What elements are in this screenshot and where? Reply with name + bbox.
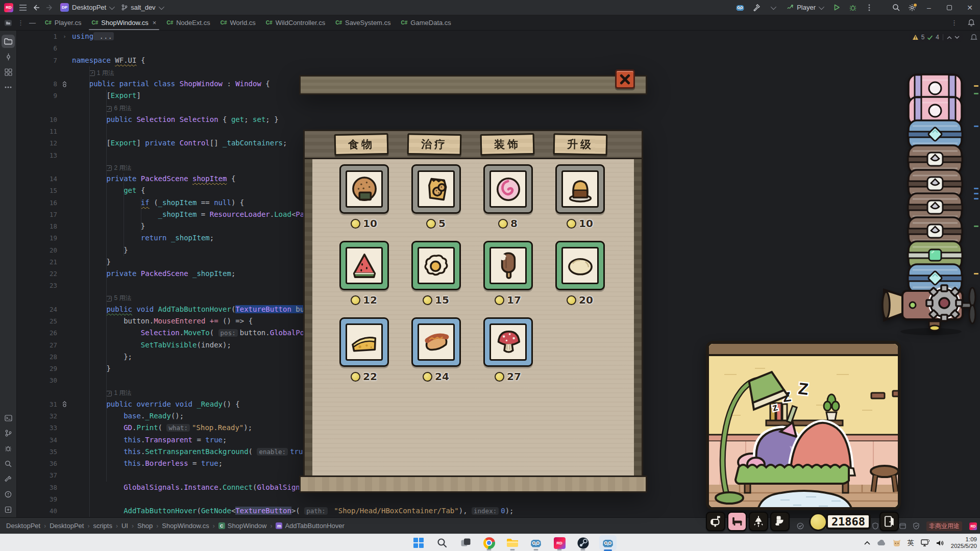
pet-room-window[interactable]: z Z Z (706, 341, 901, 510)
volume-icon[interactable] (936, 540, 944, 546)
taskbar-app-taskview[interactable] (458, 536, 473, 550)
shop-tab-4[interactable]: 升级 (553, 133, 608, 156)
breadcrumb-item[interactable]: DesktopPet (6, 522, 40, 530)
project-selector[interactable]: DP DesktopPet (56, 2, 117, 13)
shop-item-hotdog[interactable] (411, 317, 461, 367)
search-everywhere-icon[interactable] (889, 2, 902, 13)
window-maximize-button[interactable] (939, 0, 960, 15)
override-marker-icon[interactable] (57, 398, 72, 410)
error-stripe-mark[interactable] (974, 93, 978, 94)
usages-hint[interactable]: ↗5 用法 (106, 292, 131, 304)
build-tool-icon[interactable] (2, 472, 15, 486)
error-stripe-mark[interactable] (974, 126, 978, 127)
shop-tab-1[interactable]: 食物 (334, 133, 389, 156)
notifications-bell-icon[interactable] (963, 15, 980, 30)
back-icon[interactable] (30, 2, 43, 13)
breadcrumb-item[interactable]: Shop (137, 522, 153, 530)
taskbar-app-godot-active[interactable] (599, 535, 617, 550)
exit-door-button[interactable] (879, 512, 899, 531)
taskbar-app-start[interactable] (411, 536, 426, 550)
breadcrumb-item[interactable]: scripts (93, 522, 112, 530)
structure-tool-icon[interactable] (2, 65, 15, 79)
shop-item-onigiri[interactable] (339, 164, 389, 214)
security-shield-icon[interactable] (913, 522, 919, 530)
window-minimize-button[interactable]: – (919, 0, 939, 15)
taskbar-app-chrome[interactable] (482, 536, 496, 550)
search-tool-icon[interactable] (2, 457, 15, 470)
tab-close-icon[interactable]: × (153, 19, 157, 27)
shop-close-button[interactable] (615, 69, 635, 89)
debug-tool-icon[interactable] (2, 442, 15, 455)
shop-item-snack-bag[interactable] (411, 164, 461, 214)
project-tool-window-button[interactable] (0, 15, 16, 30)
usages-hint[interactable]: ↗6 用法 (106, 103, 131, 114)
editor-tab-gamedata-cs[interactable]: C#GameData.cs (396, 15, 456, 30)
breadcrumb-item[interactable]: ShopWindow.cs (162, 522, 209, 530)
shop-item-pudding[interactable] (555, 164, 605, 214)
error-stripe-mark[interactable] (974, 193, 978, 194)
taskbar-app-godot[interactable] (529, 536, 543, 550)
shop-item-egg[interactable] (411, 241, 461, 290)
services-tool-icon[interactable] (2, 503, 15, 516)
inspections-widget[interactable]: 5 4 (909, 33, 963, 42)
branch-selector[interactable]: salt_dev (117, 3, 166, 12)
forward-icon[interactable] (43, 2, 56, 13)
tray-clock[interactable]: 1:09 2025/5/20 (951, 536, 977, 549)
more-tool-icon[interactable] (2, 81, 15, 94)
shop-tab-3[interactable]: 装饰 (480, 133, 535, 156)
usages-hint[interactable]: ↗1 用法 (89, 67, 114, 79)
error-stripe-mark[interactable] (974, 85, 978, 87)
shop-item-mushroom[interactable] (483, 317, 533, 367)
bed-button[interactable] (727, 512, 747, 531)
shop-item-bread[interactable] (555, 241, 605, 290)
toilet-button[interactable] (770, 512, 790, 531)
editor-tab-shopwindow-cs[interactable]: C#ShopWindow.cs× (87, 15, 162, 30)
run-configuration-selector[interactable]: Player (782, 3, 827, 12)
breadcrumb-item[interactable]: CShopWindow (218, 522, 267, 530)
network-icon[interactable] (921, 539, 929, 546)
error-stripe-mark[interactable] (974, 226, 978, 227)
tab-options-kebab-icon[interactable]: ⋮ (946, 15, 963, 30)
pet-machine-sprite[interactable] (880, 274, 980, 336)
error-stripe-mark[interactable] (974, 188, 978, 189)
main-menu-icon[interactable] (16, 2, 30, 13)
shop-item-naruto[interactable] (483, 164, 533, 214)
tool-window-icon[interactable] (899, 523, 906, 529)
shop-item-popsicle[interactable] (483, 241, 533, 290)
breadcrumb-item[interactable]: mAddTabButtonHover (276, 522, 344, 530)
weather-cloud-icon[interactable] (877, 540, 886, 546)
taskbar-app-explorer[interactable] (505, 536, 520, 550)
taskbar-app-search[interactable] (435, 536, 449, 550)
override-marker-icon[interactable] (57, 78, 72, 90)
shop-tab-2[interactable]: 治疗 (407, 133, 462, 156)
code-line[interactable]: 6 (17, 42, 980, 54)
taskbar-app-rider[interactable]: RD (552, 536, 567, 550)
tool-window-kebab-icon[interactable]: ⋮ (16, 15, 25, 30)
window-close-button[interactable]: ✕ (960, 0, 980, 15)
build-hammer-icon[interactable] (750, 2, 763, 13)
desktop-pet-tray-icon[interactable] (893, 539, 901, 546)
next-problem-icon[interactable] (954, 36, 960, 39)
shop-item-cheese[interactable] (339, 317, 389, 367)
analysis-ok-icon[interactable] (797, 522, 804, 530)
breadcrumb-item[interactable]: DesktopPet (50, 522, 84, 530)
editor-tab-savesystem-cs[interactable]: C#SaveSystem.cs (330, 15, 396, 30)
mailbox-button[interactable] (706, 512, 725, 531)
usages-hint[interactable]: ↗2 用法 (106, 162, 131, 174)
prev-problem-icon[interactable] (947, 36, 952, 39)
run-button[interactable] (830, 2, 843, 13)
tray-chevron-icon[interactable] (864, 541, 870, 545)
code-line[interactable]: 7namespace WF.UI { (17, 55, 980, 66)
readonly-shield-icon[interactable] (872, 522, 878, 530)
notification-bell-icon[interactable] (970, 34, 977, 43)
breadcrumb-item[interactable]: UI (121, 522, 128, 530)
shop-item-watermelon[interactable] (339, 241, 389, 290)
usages-hint[interactable]: ↗1 用法 (106, 387, 131, 399)
editor-tab-wildcontroller-cs[interactable]: C#WildController.cs (261, 15, 330, 30)
taskbar-app-steam[interactable] (576, 536, 590, 550)
editor-tab-player-cs[interactable]: C#Player.cs (40, 15, 87, 30)
editor-tab-nodeext-cs[interactable]: C#NodeExt.cs (161, 15, 215, 30)
commit-tool-icon[interactable] (2, 50, 15, 63)
terminal-tool-icon[interactable] (2, 411, 15, 424)
editor-tab-world-cs[interactable]: C#World.cs (215, 15, 261, 30)
